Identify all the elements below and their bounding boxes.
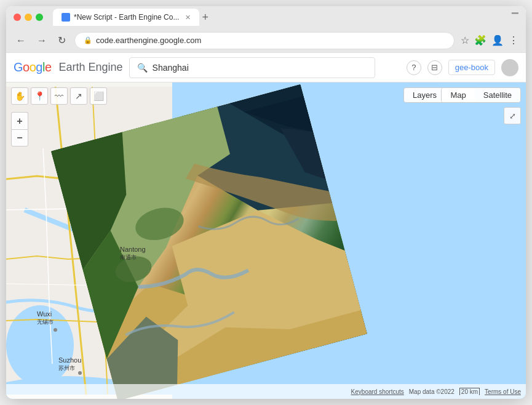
profile-icon[interactable]: 👤 (491, 34, 504, 46)
user-avatar[interactable] (501, 59, 518, 76)
lock-icon: 🔒 (84, 36, 92, 44)
marker-tool-button[interactable]: 📍 (31, 87, 48, 105)
zoom-controls: + − (11, 112, 28, 146)
minimize-button[interactable] (25, 14, 32, 21)
refresh-button[interactable]: ↻ (55, 33, 68, 47)
new-tab-button[interactable]: + (202, 12, 208, 23)
map-toolbar: ✋ 📍 〰 ↗ ⬜ (11, 87, 107, 105)
layers-button[interactable]: Layers (403, 87, 446, 103)
window-controls: ▔ (512, 12, 518, 22)
terms-of-use-link[interactable]: Terms of Use (485, 388, 521, 395)
extensions-icon[interactable]: 🧩 (474, 34, 486, 46)
app-header: Google Earth Engine 🔍 Shanghai ? ⊟ gee-b… (6, 53, 526, 82)
map-type-map-button[interactable]: Map (442, 88, 474, 102)
title-bar: *New Script - Earth Engine Co... ✕ + ▔ (6, 6, 526, 28)
rectangle-tool-button[interactable]: ⬜ (90, 87, 107, 105)
back-button[interactable]: ← (14, 34, 28, 47)
close-button[interactable] (14, 14, 21, 21)
map-bottom-bar: Keyboard shortcuts Map data ©2022 20 km … (6, 384, 526, 399)
search-icon: 🔍 (137, 63, 148, 73)
google-logo: Google (14, 60, 52, 74)
traffic-lights (14, 14, 43, 21)
line-tool-button[interactable]: 〰 (50, 87, 68, 105)
bookmark-star-icon[interactable]: ☆ (461, 34, 469, 46)
search-box[interactable]: 🔍 Shanghai (129, 57, 375, 78)
tab-close-icon[interactable]: ✕ (185, 14, 191, 22)
keyboard-shortcuts-link[interactable]: Keyboard shortcuts (351, 388, 404, 395)
address-input[interactable]: 🔒 code.earthengine.google.com (74, 32, 455, 49)
map-type-satellite-button[interactable]: Satellite (475, 88, 520, 102)
svg-point-3 (78, 371, 82, 375)
map-container[interactable]: Wuxi无锡市 Suzhou苏州市 Nantong南通市 Jiaxing (6, 82, 526, 399)
active-tab[interactable]: *New Script - Earth Engine Co... ✕ (53, 9, 199, 26)
search-input-value: Shanghai (153, 63, 189, 73)
gee-book-button[interactable]: gee-book (448, 60, 495, 75)
tab-label: *New Script - Earth Engine Co... (74, 13, 179, 22)
zoom-in-button[interactable]: + (11, 112, 28, 129)
header-right: ? ⊟ gee-book (407, 59, 518, 76)
svg-point-1 (6, 305, 74, 385)
more-options-icon[interactable]: ⋮ (509, 34, 518, 46)
map-data-attribution: Map data ©2022 (409, 388, 455, 395)
tab-favicon (62, 13, 70, 22)
help-button[interactable]: ? (407, 60, 421, 75)
fullscreen-button[interactable]: ⤢ (504, 107, 521, 124)
maximize-button[interactable] (36, 14, 43, 21)
docs-button[interactable]: ⊟ (427, 60, 442, 75)
hand-tool-button[interactable]: ✋ (11, 87, 28, 105)
browser-window: *New Script - Earth Engine Co... ✕ + ▔ ←… (6, 6, 526, 399)
scale-indicator: 20 km (459, 388, 480, 395)
app-title: Earth Engine (59, 61, 123, 74)
url-text: code.earthengine.google.com (96, 36, 201, 45)
browser-toolbar: ☆ 🧩 👤 ⋮ (461, 34, 518, 46)
svg-point-2 (54, 328, 57, 332)
zoom-out-button[interactable]: − (11, 129, 28, 146)
arrow-tool-button[interactable]: ↗ (70, 87, 87, 105)
forward-button[interactable]: → (34, 34, 49, 47)
address-bar: ← → ↻ 🔒 code.earthengine.google.com ☆ 🧩 … (6, 28, 526, 53)
map-type-toggle: Map Satellite (441, 87, 521, 103)
tab-bar: *New Script - Earth Engine Co... ✕ + (53, 9, 507, 26)
